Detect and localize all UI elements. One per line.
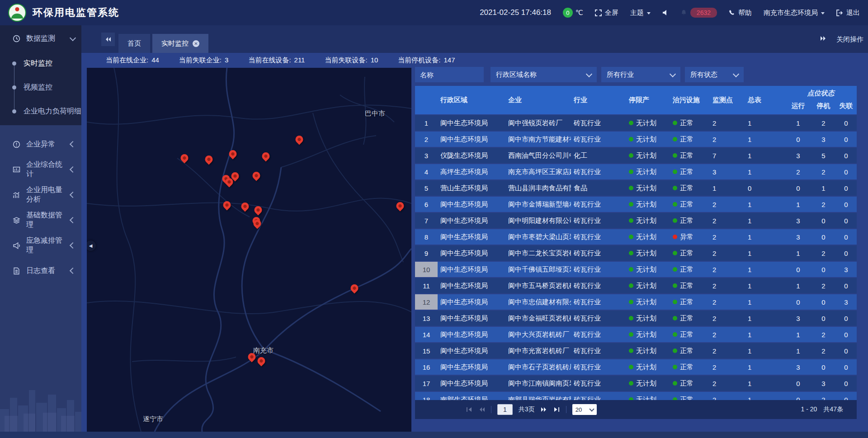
table-row[interactable]: 13阆中生态环境局阆中市金福旺页岩机砖砖瓦行业无计划正常21300	[415, 311, 857, 326]
cell-stopped: 3	[811, 132, 835, 147]
org-dropdown[interactable]: 南充市生态环境局	[764, 9, 825, 17]
company-stats-icon	[12, 166, 21, 174]
table-row[interactable]: 5营山生态环境局营山县润丰肉食品有限食品无计划正常10010	[415, 180, 857, 196]
sidebar-item-realtime-monitor[interactable]: 实时监控	[0, 52, 81, 75]
cell-industry: 砖瓦行业	[571, 278, 626, 293]
cell-total-meter: 1	[745, 245, 785, 261]
cell-stop-limit: 无计划	[626, 229, 670, 245]
status-filter-select[interactable]: 所有状态	[685, 67, 744, 82]
table-row[interactable]: 6阆中生态环境局阆中市金博瑞新型墙材砖瓦行业无计划正常21120	[415, 197, 857, 212]
header-point-status-group: 点位状态	[785, 86, 857, 98]
map-city-label: 南充市	[253, 346, 274, 355]
speaker-icon	[662, 9, 669, 16]
sidebar-item-video-monitor[interactable]: 视频监控	[0, 75, 81, 99]
table-row[interactable]: 17阆中生态环境局阆中市江南镇阆南页岩砖瓦行业无计划正常21030	[415, 376, 857, 391]
industry-filter-select[interactable]: 所有行业	[601, 67, 680, 82]
cell-running: 0	[785, 392, 811, 400]
tab-realtime-monitor[interactable]: 实时监控 ✕	[152, 34, 208, 53]
alert-counter[interactable]: 2632	[680, 8, 717, 18]
stat-value: 10	[371, 56, 378, 65]
sidebar-item-base-data[interactable]: 基础数据管理	[0, 207, 81, 233]
name-filter-input[interactable]	[415, 67, 484, 82]
table-row[interactable]: 14阆中生态环境局阆中大兴页岩机砖厂砖瓦行业无计划正常21120	[415, 327, 857, 342]
cell-stopped: 5	[811, 148, 835, 163]
cell-total-meter: 1	[745, 148, 785, 163]
cell-region: 南部生态环境局	[438, 392, 505, 400]
status-dot-icon	[629, 381, 633, 386]
table-row[interactable]: 16阆中生态环境局阆中市石子页岩机砖厂砖瓦行业无计划正常21300	[415, 359, 857, 375]
status-dot-icon	[673, 349, 677, 353]
cell-stop-limit: 无计划	[626, 359, 670, 375]
tab-scroll-right-button[interactable]	[820, 35, 826, 43]
region-filter-select[interactable]: 行政区域名称	[491, 67, 597, 82]
total-count-label: 共47条	[823, 405, 843, 414]
cell-running: 3	[785, 311, 811, 326]
table-row[interactable]: 18南部生态环境局南部县瑞华页岩砖有限砖瓦行业无计划正常21020	[415, 392, 857, 400]
row-index: 16	[415, 359, 438, 375]
cell-region: 仪陇生态环境局	[438, 148, 505, 163]
cell-total-meter: 1	[745, 278, 785, 293]
cell-industry: 砖瓦行业	[571, 294, 626, 310]
cell-monitor-points: 2	[710, 115, 745, 131]
row-index: 1	[415, 115, 438, 131]
tab-home[interactable]: 首页	[118, 34, 150, 53]
sidebar-item-power-load-detail[interactable]: 企业电力负荷明细	[0, 99, 81, 123]
cell-treatment: 正常	[670, 132, 710, 147]
logout-button[interactable]: 退出	[836, 9, 860, 17]
cell-industry: 砖瓦行业	[571, 262, 626, 277]
chevron-left-icon	[70, 166, 76, 173]
sidebar-item-company-stats[interactable]: 企业综合统计	[0, 157, 81, 182]
sidebar-item-log-view[interactable]: 日志查看	[0, 258, 81, 283]
table-row[interactable]: 12阆中生态环境局阆中市忠信建材有限公砖瓦行业无计划正常21003	[415, 294, 857, 310]
status-dot-icon	[629, 137, 633, 141]
bullet-icon	[12, 109, 16, 113]
last-page-button[interactable]	[553, 406, 560, 413]
sidebar-item-data-monitor[interactable]: 数据监测	[0, 25, 81, 52]
table-row[interactable]: 10阆中生态环境局阆中千佛镇五郎垭页岩砖瓦行业无计划正常21003	[415, 262, 857, 277]
mute-button[interactable]	[662, 9, 669, 16]
page-number-input[interactable]	[497, 404, 513, 415]
sidebar-item-emergency-reduction[interactable]: 应急减排管理	[0, 233, 81, 258]
row-index: 6	[415, 197, 438, 212]
table-row[interactable]: 4高坪生态环境局南充市高坪区王家店建砖瓦行业无计划正常31220	[415, 164, 857, 179]
status-dot-icon	[673, 153, 677, 158]
cell-stop-limit: 无计划	[626, 132, 670, 147]
status-dot-icon	[673, 170, 677, 174]
table-row[interactable]: 7阆中生态环境局阆中明阳建材有限公司砖瓦行业无计划正常21300	[415, 213, 857, 228]
status-dot-icon	[673, 300, 677, 304]
page-size-select[interactable]: 20	[572, 404, 597, 415]
chevron-left-icon	[70, 242, 76, 249]
prev-page-button[interactable]	[478, 406, 485, 413]
row-index: 10	[415, 262, 438, 277]
sidebar-item-company-abnormal[interactable]: 企业异常	[0, 132, 81, 157]
pagination-summary: 1 - 20 共47条	[801, 405, 843, 414]
theme-dropdown[interactable]: 主题	[630, 9, 651, 17]
first-page-button[interactable]	[466, 406, 472, 413]
table-row[interactable]: 2阆中生态环境局阆中市南方节能建材有砖瓦行业无计划正常21030	[415, 132, 857, 147]
status-dot-icon	[673, 218, 677, 223]
table-row[interactable]: 11阆中生态环境局阆中市五马桥页岩机砖砖瓦行业无计划正常21120	[415, 278, 857, 293]
cell-monitor-points: 3	[710, 164, 745, 179]
table-row[interactable]: 1阆中生态环境局阆中强锐页岩砖厂砖瓦行业无计划正常21120	[415, 115, 857, 131]
double-chevron-right-icon	[820, 35, 826, 42]
table-row[interactable]: 8阆中生态环境局阆中市枣碧大梁山页岩砖瓦行业无计划异常21300	[415, 229, 857, 245]
cell-company: 阆中千佛镇五郎垭页岩	[505, 262, 571, 277]
close-icon[interactable]: ✕	[193, 40, 199, 47]
tab-scroll-left-button[interactable]	[101, 33, 115, 46]
cell-running: 3	[785, 213, 811, 228]
sidebar-item-power-analysis[interactable]: 企业用电量分析	[0, 182, 81, 207]
table-row[interactable]: 15阆中生态环境局阆中市光富岩机砖厂砖瓦行业无计划正常21120	[415, 343, 857, 358]
fullscreen-button[interactable]: 全屏	[595, 9, 618, 17]
range-label: 1 - 20	[801, 405, 817, 414]
bell-icon	[680, 9, 687, 16]
close-operations-button[interactable]: 关闭操作	[836, 35, 863, 44]
table-row[interactable]: 3仪陇生态环境局西南油气田分公司川中化工无计划正常71350	[415, 148, 857, 163]
cell-stopped: 0	[811, 311, 835, 326]
app-logo-icon	[8, 4, 26, 22]
next-page-button[interactable]	[541, 406, 547, 413]
help-button[interactable]: 帮助	[729, 9, 752, 17]
map-panel[interactable]: 巴中市南充市遂宁市 ◀	[87, 68, 411, 432]
cell-company: 南充市高坪区王家店建	[505, 164, 571, 179]
table-row[interactable]: 9阆中生态环境局阆中市二龙长宝页岩砖砖瓦行业无计划正常21120	[415, 245, 857, 261]
cell-monitor-points: 2	[710, 278, 745, 293]
